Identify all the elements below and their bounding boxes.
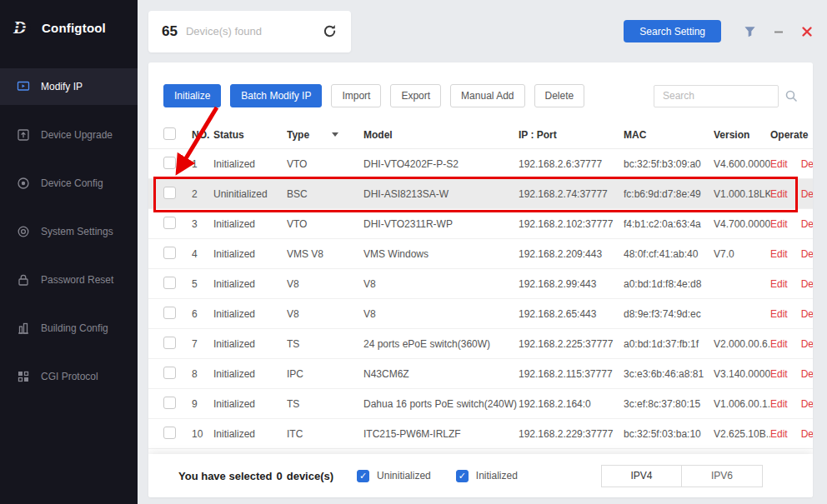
cell-mac: 3c:ef:8c:37:80:15: [624, 398, 714, 410]
device-list-panel: Initialize Batch Modify IP Import Export…: [148, 62, 813, 497]
cell-version: V7.0: [714, 248, 770, 260]
sidebar-item-building-config[interactable]: Building Config: [0, 310, 138, 347]
delete-link[interactable]: De: [801, 248, 813, 260]
row-checkbox[interactable]: [163, 157, 176, 169]
cell-status: Initialized: [213, 398, 287, 410]
cell-model: Dahua 16 ports PoE switch(240W): [363, 398, 519, 410]
sidebar-item-password-reset[interactable]: Password Reset: [0, 262, 138, 298]
cell-no: 1: [192, 158, 213, 170]
delete-link[interactable]: De: [801, 188, 813, 200]
modify-ip-icon: [17, 80, 30, 93]
sidebar-item-device-upgrade[interactable]: Device Upgrade: [0, 117, 138, 153]
filter-uninitialized[interactable]: Uninitialized: [357, 470, 431, 482]
cell-type: TS: [287, 338, 363, 350]
sidebar-item-system-settings[interactable]: System Settings: [0, 213, 138, 250]
table-row[interactable]: 2 Uninitialized BSC DHI-ASI8213SA-W 192.…: [148, 179, 813, 209]
cell-no: 6: [192, 308, 213, 320]
table-row[interactable]: 3 Initialized VTO DHI-VTO2311R-WP 192.16…: [148, 209, 813, 239]
table-row[interactable]: 4 Initialized VMS V8 VMS Windows 192.168…: [148, 239, 813, 269]
edit-link[interactable]: Edit: [770, 248, 788, 260]
edit-link[interactable]: Edit: [770, 368, 788, 380]
select-all-checkbox[interactable]: [163, 127, 176, 140]
delete-button[interactable]: Delete: [534, 84, 585, 107]
edit-link[interactable]: Edit: [770, 158, 788, 170]
building-config-icon: [17, 322, 30, 335]
sidebar-item-modify-ip[interactable]: Modify IP: [0, 68, 138, 105]
table-row[interactable]: 9 Initialized TS Dahua 16 ports PoE swit…: [148, 389, 813, 419]
export-button[interactable]: Export: [390, 84, 441, 107]
delete-link[interactable]: De: [801, 398, 813, 410]
cell-type: VMS V8: [287, 248, 363, 260]
sidebar-item-device-config[interactable]: Device Config: [0, 165, 138, 202]
table-row[interactable]: 5 Initialized V8 V8 192.168.2.99:443 a0:…: [148, 269, 813, 299]
cell-type: ITC: [287, 428, 363, 440]
cell-status: Initialized: [213, 158, 287, 170]
row-checkbox[interactable]: [163, 367, 176, 379]
row-checkbox[interactable]: [163, 277, 176, 289]
delete-link[interactable]: De: [801, 338, 813, 350]
close-icon[interactable]: [801, 26, 813, 37]
search-setting-button[interactable]: Search Setting: [624, 20, 721, 42]
delete-link[interactable]: De: [801, 308, 813, 320]
delete-link[interactable]: De: [801, 158, 813, 170]
cell-model: ITC215-PW6M-IRLZF: [363, 428, 519, 440]
search-input[interactable]: [654, 85, 779, 107]
row-checkbox[interactable]: [163, 427, 176, 439]
ipv4-button[interactable]: IPV4: [601, 465, 682, 487]
cell-model: VMS Windows: [363, 248, 519, 260]
table-row[interactable]: 7 Initialized TS 24 ports ePoE switch(36…: [148, 329, 813, 359]
ipv6-button[interactable]: IPV6: [682, 465, 763, 487]
batch-modify-ip-button[interactable]: Batch Modify IP: [230, 84, 322, 107]
cell-type: VTO: [287, 158, 363, 170]
col-status: Status: [213, 129, 287, 141]
cell-ip-port: 192.168.2.102:37777: [519, 218, 624, 230]
cell-no: 2: [192, 188, 213, 200]
row-checkbox[interactable]: [163, 397, 176, 409]
refresh-icon[interactable]: [322, 23, 338, 39]
device-config-icon: [17, 177, 30, 190]
edit-link[interactable]: Edit: [770, 338, 788, 350]
cell-no: 9: [192, 398, 213, 410]
table-row[interactable]: 6 Initialized V8 V8 192.168.2.65:443 d8:…: [148, 299, 813, 329]
type-filter-dropdown-icon[interactable]: [332, 132, 338, 137]
import-button[interactable]: Import: [331, 84, 381, 107]
edit-link[interactable]: Edit: [770, 308, 788, 320]
cell-ip-port: 192.168.2.164:0: [519, 398, 624, 410]
minimize-icon[interactable]: [773, 26, 784, 37]
cell-version: V4.700.0000...: [714, 218, 770, 230]
cell-ip-port: 192.168.2.6:37777: [519, 158, 624, 170]
manual-add-button[interactable]: Manual Add: [450, 84, 524, 107]
filter-initialized[interactable]: Initialized: [456, 470, 518, 482]
device-count-label: Device(s) found: [186, 25, 262, 37]
cell-status: Initialized: [213, 218, 287, 230]
row-checkbox[interactable]: [163, 247, 176, 259]
cell-type: BSC: [287, 188, 363, 200]
delete-link[interactable]: De: [801, 368, 813, 380]
search-icon[interactable]: [784, 89, 798, 102]
edit-link[interactable]: Edit: [770, 398, 788, 410]
uninitialized-checkbox[interactable]: [357, 470, 369, 482]
sidebar-item-cgi-protocol[interactable]: CGI Protocol: [0, 358, 138, 395]
edit-link[interactable]: Edit: [770, 188, 788, 200]
top-bar: 65 Device(s) found Search Setting: [138, 0, 827, 62]
cell-model: DHI-VTO4202F-P-S2: [363, 158, 519, 170]
theme-filter-icon[interactable]: [744, 25, 756, 37]
table-row[interactable]: 10 Initialized ITC ITC215-PW6M-IRLZF 192…: [148, 419, 813, 449]
delete-link[interactable]: De: [801, 428, 813, 440]
row-checkbox[interactable]: [163, 337, 176, 349]
row-checkbox[interactable]: [163, 187, 176, 199]
row-checkbox[interactable]: [163, 307, 176, 319]
delete-link[interactable]: De: [801, 218, 813, 230]
table-row[interactable]: 8 Initialized IPC N43CM6Z 192.168.2.115:…: [148, 359, 813, 389]
cell-no: 8: [192, 368, 213, 380]
device-count-card: 65 Device(s) found: [148, 11, 351, 52]
row-checkbox[interactable]: [163, 217, 176, 229]
initialize-button[interactable]: Initialize: [163, 84, 221, 107]
edit-link[interactable]: Edit: [770, 428, 788, 440]
delete-link[interactable]: De: [801, 278, 813, 290]
edit-link[interactable]: Edit: [770, 278, 788, 290]
cell-ip-port: 192.168.2.65:443: [519, 308, 624, 320]
edit-link[interactable]: Edit: [770, 218, 788, 230]
initialized-checkbox[interactable]: [456, 470, 469, 482]
table-row[interactable]: 1 Initialized VTO DHI-VTO4202F-P-S2 192.…: [148, 149, 813, 179]
